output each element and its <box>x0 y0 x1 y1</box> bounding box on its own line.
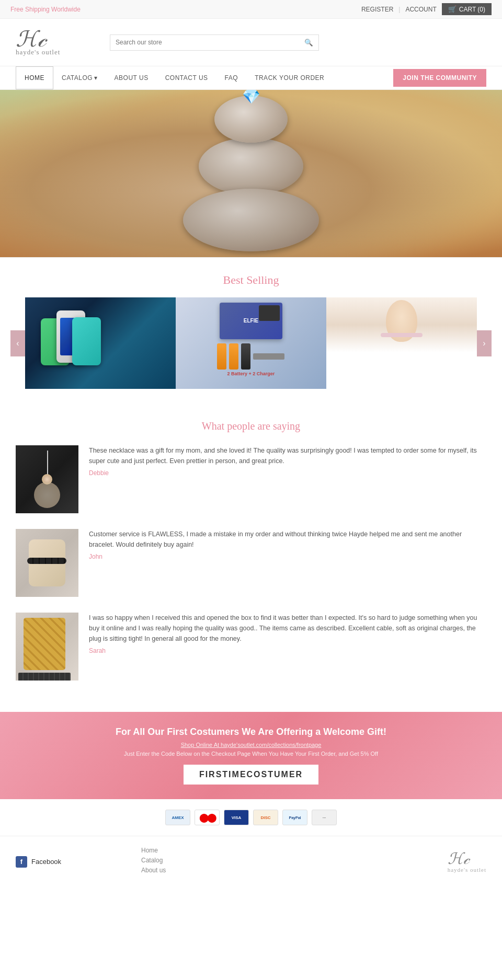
header: ℋ𝒸 hayde's outlet 🔍 <box>0 19 502 66</box>
payment-mastercard: ⬤⬤ <box>195 810 220 825</box>
promo-sub1: Shop Online At hayde'soutlet.com/collect… <box>16 742 486 748</box>
choker-necklace <box>381 333 423 337</box>
top-bar: Free Shipping Worldwide REGISTER | ACCOU… <box>0 0 502 19</box>
review-text-2: Customer service is FLAWLESS, I made a m… <box>89 529 486 597</box>
review-bracelet-image <box>16 529 78 597</box>
search-button[interactable]: 🔍 <box>299 35 318 50</box>
footer-link-home[interactable]: Home <box>141 847 220 854</box>
stone-bottom <box>183 189 319 251</box>
register-link[interactable]: REGISTER <box>361 6 393 13</box>
payment-icons-row: AMEX ⬤⬤ VISA DISC PayPal ··· <box>0 799 502 836</box>
review-body-2: Customer service is FLAWLESS, I made a m… <box>89 529 486 550</box>
bracelet-wrist <box>29 539 65 586</box>
search-wrap: 🔍 <box>110 34 319 51</box>
battery-black <box>241 343 250 370</box>
facebook-icon[interactable]: f <box>16 856 27 868</box>
promo-title: For All Our First Costumers We Are Offer… <box>16 727 486 737</box>
product-jewelry-image <box>326 297 477 389</box>
promo-banner: For All Our First Costumers We Are Offer… <box>0 712 502 799</box>
drone-box: ELFIE <box>220 303 282 339</box>
necklace-chain <box>47 451 48 477</box>
cart-icon: 🛒 <box>448 5 457 13</box>
battery-label: 2 Battery + 2 Charger <box>227 371 275 376</box>
products-row: ELFIE 2 Battery + 2 Charger <box>25 297 477 389</box>
review-image-1 <box>16 445 78 513</box>
footer-link-catalog[interactable]: Catalog <box>141 857 220 864</box>
dropdown-icon: ▾ <box>94 74 98 82</box>
product-card-jewelry[interactable] <box>326 297 477 389</box>
footer-links: Home Catalog About us <box>141 847 220 877</box>
footer-logo: ℋ𝒸 hayde's outlet <box>241 847 486 877</box>
payment-visa: VISA <box>224 810 249 825</box>
nav-left: HOME CATALOG ▾ ABOUT US CONTACT US FAQ T… <box>16 66 393 89</box>
review-text-1: These necklace was a gift for my mom, an… <box>89 445 486 513</box>
carousel-prev-button[interactable]: ‹ <box>10 330 25 356</box>
join-community-button[interactable]: JOIN THE COMMUNITY <box>393 69 486 87</box>
cables-pile <box>24 618 65 670</box>
battery-orange-2 <box>229 343 238 370</box>
battery-row <box>217 343 284 370</box>
promo-code[interactable]: FIRSTIMECOSTUMER <box>184 765 318 785</box>
account-link[interactable]: ACCOUNT <box>405 6 436 13</box>
free-shipping-text: Free Shipping Worldwide <box>10 6 81 13</box>
review-cables-image <box>16 613 78 681</box>
payment-paypal: PayPal <box>282 810 307 825</box>
footer-social: f Facebook <box>16 847 120 877</box>
logo-sub: hayde's outlet <box>16 48 99 56</box>
navigation: HOME CATALOG ▾ ABOUT US CONTACT US FAQ T… <box>0 66 502 90</box>
stone-top: 💎 <box>214 96 288 143</box>
product-card-phone[interactable] <box>25 297 176 389</box>
battery-orange-1 <box>217 343 226 370</box>
cart-button[interactable]: 🛒 CART (0) <box>442 3 492 15</box>
model-shirt <box>370 358 433 389</box>
logo-area[interactable]: ℋ𝒸 hayde's outlet <box>16 28 99 56</box>
review-body-3: I was so happy when I received this and … <box>89 613 486 644</box>
necklace-icon: 💎 <box>242 90 260 105</box>
charger-cable <box>253 353 284 360</box>
product-phone-image <box>25 297 176 389</box>
review-item-3: I was so happy when I received this and … <box>16 613 486 681</box>
payment-other: ··· <box>312 810 337 825</box>
nav-item-catalog[interactable]: CATALOG ▾ <box>53 67 106 89</box>
products-carousel: ‹ ELFIE <box>10 297 492 389</box>
product-card-drone[interactable]: ELFIE 2 Battery + 2 Charger <box>176 297 326 389</box>
review-item-2: Customer service is FLAWLESS, I made a m… <box>16 529 486 597</box>
hero-banner: 💎 <box>0 90 502 257</box>
review-body-1: These necklace was a gift for my mom, an… <box>89 445 486 466</box>
review-text-3: I was so happy when I received this and … <box>89 613 486 681</box>
hero-stone-stack: 💎 <box>183 96 319 251</box>
nav-item-about[interactable]: ABOUT US <box>106 67 157 89</box>
nav-item-home[interactable]: HOME <box>16 66 53 89</box>
product-drone-image: ELFIE 2 Battery + 2 Charger <box>176 297 326 389</box>
payment-amex: AMEX <box>165 810 190 825</box>
facebook-label[interactable]: Facebook <box>31 858 61 866</box>
carousel-next-button[interactable]: › <box>477 330 492 356</box>
model-neck <box>326 297 477 389</box>
review-author-3: Sarah <box>89 647 106 654</box>
review-author-2: John <box>89 553 102 560</box>
best-selling-section: Best Selling ‹ ELFIE <box>0 258 502 405</box>
drone-box-label: ELFIE <box>244 318 258 324</box>
review-necklace-image <box>16 445 78 513</box>
footer-logo-text: ℋ𝒸 hayde's outlet <box>448 851 486 873</box>
footer-link-about[interactable]: About us <box>141 867 220 874</box>
nav-item-faq[interactable]: FAQ <box>216 67 247 89</box>
review-item-1: These necklace was a gift for my mom, an… <box>16 445 486 513</box>
promo-sub2: Just Enter the Code Below on the Checkou… <box>16 751 486 757</box>
best-selling-title: Best Selling <box>10 273 492 287</box>
review-image-3 <box>16 613 78 681</box>
payment-discover: DISC <box>253 810 278 825</box>
nav-item-contact[interactable]: CONTACT US <box>157 67 216 89</box>
drone-mini <box>259 305 280 321</box>
review-author-1: Debbie <box>89 469 109 477</box>
phone-case-teal <box>72 317 101 365</box>
reviews-section: What people are saying These necklace wa… <box>0 405 502 712</box>
keyboard-strip <box>18 673 71 681</box>
separator: | <box>398 6 400 13</box>
review-image-2 <box>16 529 78 597</box>
reviews-title: What people are saying <box>16 420 486 432</box>
search-input[interactable] <box>110 35 299 50</box>
top-bar-right: REGISTER | ACCOUNT 🛒 CART (0) <box>361 3 492 15</box>
nav-item-track[interactable]: TRACK YOUR ORDER <box>246 67 333 89</box>
bracelet-beads <box>27 558 66 564</box>
